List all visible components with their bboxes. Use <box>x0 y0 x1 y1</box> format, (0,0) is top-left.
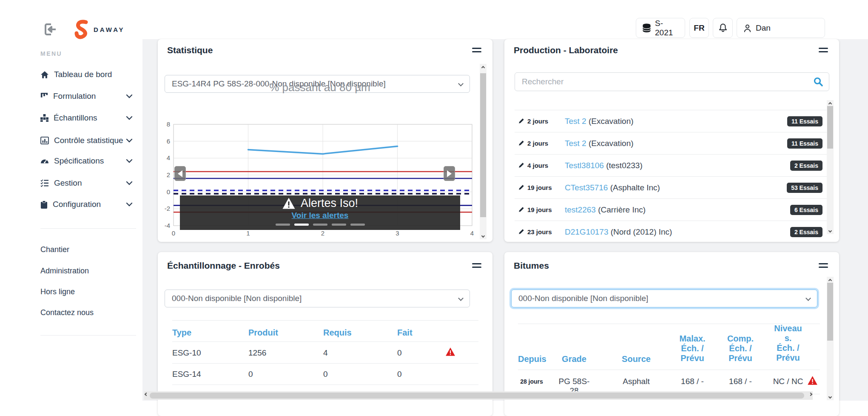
table-cell: Asphalt <box>617 377 656 386</box>
scroll-up-arrow[interactable] <box>827 277 834 283</box>
bitumes-product-select[interactable]: 000-Non disponible [Non disponible] <box>511 290 817 307</box>
bitumes-scrollbar[interactable] <box>827 277 834 400</box>
scroll-up-arrow[interactable] <box>480 64 487 70</box>
essais-badge: 11 Essais <box>787 138 822 149</box>
column-header[interactable]: Niveau s. Éch. / Prévu <box>770 324 806 363</box>
next-arrow-icon <box>447 170 452 177</box>
workspace-selector-button[interactable]: S-2021 <box>636 18 685 38</box>
sidebar-item-specifications[interactable]: Spécifications <box>40 154 136 168</box>
scroll-up-arrow[interactable] <box>827 100 834 106</box>
scrollbar-thumb[interactable] <box>827 106 833 149</box>
pencil-icon <box>518 162 524 169</box>
divider <box>172 384 478 385</box>
production-row: 2 jours Test 2 (Excavation) 11 Essais <box>515 132 829 154</box>
essais-badge: 11 Essais <box>787 116 822 126</box>
column-header[interactable]: Type <box>172 328 191 338</box>
sidebar-item-configuration[interactable]: Configuration <box>40 197 136 212</box>
home-icon <box>40 71 49 79</box>
brand-logo[interactable]: DAWAY <box>73 19 125 40</box>
column-header[interactable]: Requis <box>323 328 352 338</box>
divider <box>172 341 478 342</box>
carousel-next-button[interactable] <box>444 166 455 181</box>
clipboard-icon <box>40 201 48 209</box>
scroll-left-arrow[interactable] <box>145 393 148 396</box>
table-cell: 4 <box>323 348 328 358</box>
scrollbar-thumb[interactable] <box>480 73 486 217</box>
essais-badge: 2 Essais <box>790 227 822 237</box>
column-header[interactable]: Grade <box>555 354 594 364</box>
sample-link[interactable]: Test 2 <box>565 139 586 148</box>
search-input[interactable] <box>515 72 829 91</box>
column-header[interactable]: Produit <box>248 328 278 338</box>
echantillonnage-product-select[interactable]: 000-Non disponible [Non disponible] <box>165 290 470 307</box>
user-menu-button[interactable]: Dan <box>737 18 825 38</box>
sidebar-link-chantier[interactable]: Chantier <box>40 245 69 254</box>
pencil-icon <box>518 207 524 213</box>
sample-link[interactable]: Testl38106 <box>565 161 604 170</box>
panel-statistique: Statistique ESG-14R4 PG 58S-28-000-Non d… <box>158 39 492 242</box>
column-header[interactable]: Fait <box>397 328 413 338</box>
sidebar-item-echantillons[interactable]: Échantillons <box>40 111 136 125</box>
svg-text:4: 4 <box>167 154 170 161</box>
sidebar-item-formulation[interactable]: Formulation <box>40 89 136 103</box>
horizontal-scrollbar[interactable] <box>144 391 813 400</box>
scroll-down-arrow[interactable] <box>480 233 487 239</box>
pencil-icon <box>518 229 524 235</box>
sidebar-divider <box>40 228 136 229</box>
app-root: DAWAY MENU Tableau de bord Formulation É… <box>0 0 868 416</box>
chevron-down-icon <box>126 159 133 163</box>
panel-drag-handle-icon[interactable] <box>472 263 481 270</box>
scroll-down-arrow[interactable] <box>827 228 834 234</box>
table-cell: 0 <box>397 348 402 358</box>
collapse-sidebar-icon[interactable] <box>43 23 57 36</box>
view-alerts-link[interactable]: Voir les alertes <box>292 211 349 220</box>
sidebar-link-administration[interactable]: Administration <box>40 267 89 275</box>
user-icon <box>743 23 752 33</box>
sample-link[interactable]: Test 2 <box>565 117 586 126</box>
sidebar-item-controle-statistique[interactable]: Contrôle statistique <box>40 133 136 148</box>
production-row: 19 jours CTest35716 (Asphalte Inc) 53 Es… <box>515 176 829 198</box>
table-cell: 0 <box>323 370 328 379</box>
sidebar-link-hors-ligne[interactable]: Hors ligne <box>40 287 75 296</box>
sidebar-item-tableau-de-bord[interactable]: Tableau de bord <box>40 67 136 82</box>
table-cell: 0 <box>397 370 402 379</box>
production-row: 4 jours Testl38106 (test0233) 2 Essais <box>515 154 829 176</box>
column-header[interactable]: Source <box>617 354 656 364</box>
chevron-down-icon <box>126 181 133 185</box>
column-header[interactable]: Malax. Éch. / Prévu <box>674 334 710 363</box>
scroll-down-arrow[interactable] <box>827 394 834 400</box>
table-cell: 28 jours <box>518 378 545 385</box>
scrollbar-thumb[interactable] <box>150 393 804 399</box>
sample-link[interactable]: test2263 <box>565 205 596 214</box>
table-cell: 168 / - <box>723 377 758 386</box>
scrollbar-thumb[interactable] <box>827 283 833 341</box>
sidebar-link-contactez-nous[interactable]: Contactez nous <box>40 308 94 317</box>
svg-text:3: 3 <box>396 230 399 237</box>
panel-drag-handle-icon[interactable] <box>819 263 828 270</box>
warning-icon <box>807 376 818 385</box>
panel-title: Échantillonnage - Enrobés <box>167 261 280 271</box>
svg-text:2: 2 <box>167 171 170 178</box>
sample-link[interactable]: D21G10173 <box>565 227 608 236</box>
search-icon[interactable] <box>813 77 823 87</box>
sample-link[interactable]: CTest35716 <box>565 183 608 192</box>
notifications-button[interactable] <box>713 18 733 38</box>
chevron-down-icon <box>126 202 133 207</box>
divider <box>172 320 478 321</box>
sidebar-item-gestion[interactable]: Gestion <box>40 176 136 190</box>
production-scrollbar[interactable] <box>827 100 834 234</box>
language-button[interactable]: FR <box>689 18 709 38</box>
carousel-prev-button[interactable] <box>174 166 186 181</box>
chevron-down-icon <box>126 94 133 98</box>
column-header[interactable]: Comp. Éch. / Prévu <box>723 334 758 363</box>
statistique-scrollbar[interactable] <box>480 64 487 239</box>
divider <box>172 363 478 364</box>
alert-title: Alertes Iso! <box>301 197 358 210</box>
scroll-right-arrow[interactable] <box>809 393 812 396</box>
select-chevron-icon <box>805 296 811 301</box>
svg-text:2: 2 <box>321 230 324 237</box>
panel-drag-handle-icon[interactable] <box>472 48 481 55</box>
panel-drag-handle-icon[interactable] <box>819 48 828 55</box>
carousel-indicators[interactable] <box>276 224 365 226</box>
column-header[interactable]: Depuis <box>518 354 545 364</box>
